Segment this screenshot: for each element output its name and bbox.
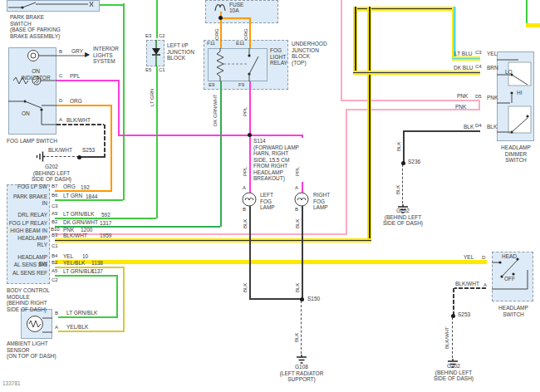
- wire-label-dk-grn-wht: DK GRN/WHT: [213, 94, 218, 126]
- wire-blk-right-lamp: [302, 206, 303, 300]
- wire-ppl-fog-switch-c: [56, 80, 118, 81]
- splice-s114: [248, 133, 252, 137]
- dimmer-term-c3: C3: [475, 50, 482, 56]
- bcm-term-b6: B6: [52, 193, 57, 199]
- wire-blkwht-hls-vertical: [453, 287, 454, 316]
- ground-icon-g202-fog: [37, 151, 46, 163]
- wire-blkwht-hls-a: [453, 287, 487, 289]
- bcm-pin-high-beam-in: HIGH BEAM IN: [8, 228, 47, 234]
- headlamp-switch-label: HEADLAMP SWITCH: [493, 305, 533, 317]
- bcm-term-b3: B3: [52, 233, 57, 239]
- bcm-term-b7: B7: [52, 184, 57, 190]
- wire-lt-grn-blk-vertical: [116, 275, 118, 318]
- wire-pnk-b10-vertical: [346, 109, 347, 235]
- wire-blkwht-to-s253: [79, 156, 104, 158]
- splice-s253-fog: [77, 155, 81, 159]
- bcm-circuit-1317: 1317: [100, 220, 111, 227]
- bcm-circuit-592: 592: [101, 212, 110, 218]
- wire-lt-blu-c3-core: [452, 58, 480, 60]
- left-fog-lamp-label: LEFT FOG LAMP: [260, 192, 281, 211]
- wire-dk-grn-wht-vertical: [220, 81, 222, 227]
- wire-ppl-relay-f9: [249, 81, 251, 135]
- bcm-connector-c3: C3: [52, 203, 58, 210]
- bcm-term-a5: A5: [52, 268, 57, 275]
- hls-off-label: OFF: [504, 276, 515, 282]
- interior-lights-arrow-icon: ▶: [85, 51, 90, 58]
- fog-switch-on-label: ON: [22, 110, 30, 117]
- right-lamp-term-b: B: [295, 207, 298, 213]
- wire-label-blk-left-2: BLK: [243, 283, 248, 292]
- bcm-pin-al-sens-ref: AL SENS REF: [8, 270, 47, 277]
- wire-lt-grn-blk-sensor-b: [58, 316, 118, 318]
- wire-blk-dimmer-d4: [403, 130, 480, 132]
- bcm-connector-c2: C2: [52, 277, 58, 284]
- bcm-pin-headlamp-rly: HEADLAMP RLY: [8, 235, 47, 247]
- wire-label-lt-grn: LT GRN: [150, 89, 155, 106]
- bcm-term-b2b: B2: [52, 260, 57, 267]
- wire-label-org-right: ORG: [243, 28, 248, 40]
- bcm-circuit-1138: 1138: [91, 260, 103, 267]
- park-brake-switch-label: PARK BRAKE SWITCH (BASE OF PARKING BRAKE…: [10, 14, 101, 39]
- ground-label-g108: G108 (LEFT RADIATOR SUPPORT): [268, 364, 336, 383]
- wire-label-ppl-left-lamp: PPL: [243, 167, 248, 176]
- bcm-connector-c1: C1: [52, 243, 58, 250]
- wire-label-blk-dimmer: BLK: [396, 142, 401, 151]
- dimmer-wire-pnk-lower: PNK: [455, 104, 466, 110]
- bcm-term-b4: B4: [52, 253, 57, 260]
- dimmer-wire-yel: YEL: [487, 51, 497, 57]
- ground-label-g202-hls: G202 (BEHIND LEFT SIDE OF DASH): [423, 363, 484, 382]
- splice-label-s236: S236: [408, 159, 420, 165]
- dimmer-hi-label: HI: [517, 90, 523, 96]
- bcm-pin-drl-relay: DRL RELAY: [8, 212, 47, 218]
- wire-yellow-top-right-stub: [526, 23, 540, 27]
- hls-wire-yel: YEL: [464, 254, 474, 261]
- als-term-a: A: [55, 325, 58, 331]
- dimmer-lo-label: LO: [505, 69, 513, 76]
- dimmer-switch-symbol: [497, 51, 534, 141]
- ground-icon-g108: [296, 355, 307, 364]
- left-fog-lamp-symbol: [242, 192, 257, 207]
- ipjb-term-e5: E5: [145, 67, 151, 74]
- fuse-symbol: [214, 0, 227, 13]
- bcm-circuit-10: 10: [82, 253, 88, 260]
- wire-dk-blu-vertical-core: [355, 7, 356, 75]
- wire-blk-lamp-join: [249, 298, 302, 300]
- wire-dk-grn-wht-b2: [55, 226, 220, 228]
- wire-lt-grn-park-brake: [123, 3, 125, 200]
- right-fog-lamp-label: RIGHT FOG LAMP: [313, 192, 334, 211]
- fuse-rating-label: 10A: [229, 7, 239, 14]
- dimmer-wire-pnk-in: PNK: [487, 95, 498, 101]
- bcm-wire-yel-blk: YEL/BLK: [63, 260, 85, 267]
- wire-blkwht-1959-vertical-core: [369, 7, 371, 241]
- dimmer-switch-label: HEADLAMP DIMMER SWITCH: [498, 145, 534, 164]
- dimmer-term-d4: D4: [475, 123, 482, 130]
- als-label: AMBIENT LIGHT SENSOR (ON TOP OF DASH): [7, 341, 73, 360]
- wire-blk-left-lamp: [249, 206, 251, 300]
- right-fog-lamp-symbol: [294, 192, 309, 207]
- ipjb-term-c1: C1: [159, 67, 165, 74]
- wire-blk-dashed-g202-dimmer: [402, 164, 403, 203]
- underhood-jb-label: UNDERHOOD JUNCTION BLOCK (TOP): [292, 41, 329, 66]
- wire-blkwht-fog-vertical: [104, 124, 106, 158]
- interior-lights-label: INTERIOR LIGHTS SYSTEM: [93, 46, 130, 65]
- relay-term-f9: F9: [238, 82, 244, 89]
- bcm-wire-lt-grn-blk: LT GRN/BLK: [63, 211, 94, 218]
- dimmer-term-c4: C4: [475, 64, 482, 71]
- dimmer-wire-blk-out: BLK: [464, 124, 474, 130]
- bcm-pin-fog-lp-relay: FOG LP RELAY: [8, 220, 47, 227]
- splice-s114-note: S114 (FORWARD LAMP HARN, RIGHT SIDE, 15.…: [253, 138, 310, 182]
- bcm-pin-fog-lp-sw: FOG LP SW: [8, 184, 47, 190]
- wire-blkwht-fog-a: [56, 124, 104, 125]
- wire-org-fog-switch-d: [56, 105, 110, 106]
- splice-s236: [401, 161, 405, 165]
- hls-wire-blkwht: BLK/WHT: [455, 281, 479, 287]
- wire-org-vertical: [110, 105, 112, 190]
- wire-dk-blu-c4-core: [353, 72, 480, 74]
- wire-green-top-right-stub: [526, 0, 528, 25]
- fog-relay-symbol: [208, 48, 268, 81]
- splice-label-s253-fog: S253: [82, 147, 95, 154]
- wire-blkwht-dashed-g202: [47, 156, 79, 157]
- fog-lamp-switch-label: FOG LAMP SWITCH: [7, 138, 57, 145]
- wire-label-blkwht-gnd: BLK/WHT: [48, 147, 72, 154]
- wire-label-org-left: ORG: [214, 28, 219, 40]
